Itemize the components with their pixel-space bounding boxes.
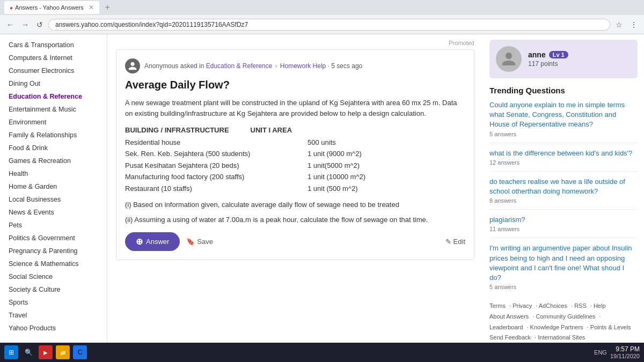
trending-answer-count: 12 answers: [489, 159, 638, 166]
sidebar-item-consumer-electronics[interactable]: Consumer Electronics: [0, 64, 107, 77]
trending-question[interactable]: I'm writing an argumentive paper about I…: [489, 243, 638, 283]
sidebar-item-news-&-events[interactable]: News & Events: [0, 206, 107, 219]
action-bar: ⊕ Answer 🔖 Save ✎ Edit: [125, 232, 465, 251]
user-name: anne: [528, 50, 546, 59]
question-body: A new sewage treatment plant will be con…: [125, 98, 465, 225]
footer-feedback[interactable]: Send Feedback: [489, 334, 531, 341]
category1-link[interactable]: Education & Reference: [206, 62, 272, 70]
active-tab[interactable]: ● Answers - Yahoo Answers ✕: [4, 1, 99, 14]
browser-tabs: ● Answers - Yahoo Answers ✕ +: [0, 0, 644, 15]
sidebar-item-sports[interactable]: Sports: [0, 296, 107, 309]
sidebar-item-health[interactable]: Health: [0, 167, 107, 180]
search-taskbar-btn[interactable]: 🔍: [21, 345, 35, 359]
footer-international[interactable]: International Sites: [538, 334, 585, 341]
table-row: Residential house500 units: [125, 137, 465, 149]
data-table: BUILDING / INFRASTRUCTURE UNIT I AREA Re…: [125, 124, 465, 194]
author-name: Anonymous: [144, 62, 178, 70]
sidebar-item-politics-&-government[interactable]: Politics & Government: [0, 232, 107, 245]
taskbar-time: 9:57 PM: [610, 345, 640, 353]
taskbar-right: ENG 9:57 PM 19/11/2020: [594, 345, 640, 359]
page-layout: Cars & TransportationComputers & Interne…: [0, 34, 644, 362]
body-intro: A new sewage treatment plant will be con…: [125, 98, 465, 119]
trending-container: Could anyone explain to me in simple ter…: [489, 100, 638, 295]
sidebar-item-science-&-mathematics[interactable]: Science & Mathematics: [0, 257, 107, 270]
footer-row3: Leaderboard · Knowledge Partners · Point…: [489, 322, 638, 333]
sidebar-item-travel[interactable]: Travel: [0, 309, 107, 322]
unit-cell: 1 unit (10000 m^2): [308, 172, 365, 182]
refresh-btn[interactable]: ↺: [34, 19, 45, 30]
footer-guidelines[interactable]: Community Guidelines: [536, 313, 596, 320]
trending-question[interactable]: plagiarism?: [489, 215, 638, 225]
table-header-unit: UNIT I AREA: [251, 124, 314, 137]
sidebar-item-entertainment-&-music[interactable]: Entertainment & Music: [0, 103, 107, 116]
trending-answer-count: 5 answers: [489, 131, 638, 137]
sidebar-item-social-science[interactable]: Social Science: [0, 270, 107, 283]
sidebar-item-pets[interactable]: Pets: [0, 219, 107, 232]
question-meta: Anonymous asked in Education & Reference…: [125, 58, 465, 73]
footer-about[interactable]: About Answers: [489, 313, 529, 320]
sidebar-item-family-&-relationships[interactable]: Family & Relationships: [0, 129, 107, 142]
sidebar-item-yahoo-products[interactable]: Yahoo Products: [0, 322, 107, 335]
start-btn[interactable]: ⊞: [4, 345, 18, 359]
trending-item: do teachers realise we have a life outsi…: [489, 177, 638, 210]
sidebar-item-dining-out[interactable]: Dining Out: [0, 77, 107, 90]
sidebar-item-food-&-drink[interactable]: Food & Drink: [0, 142, 107, 154]
asked-in-label: asked in: [180, 62, 206, 70]
trending-item: I'm writing an argumentive paper about I…: [489, 243, 638, 295]
sidebar-item-society-&-culture[interactable]: Society & Culture: [0, 283, 107, 296]
sidebar-item-education-&-reference[interactable]: Education & Reference: [0, 90, 107, 103]
folder-btn[interactable]: 📁: [56, 345, 70, 359]
footer-help[interactable]: Help: [594, 302, 606, 309]
footer-knowledge[interactable]: Knowledge Partners: [530, 324, 583, 330]
sidebar-item-local-businesses[interactable]: Local Businesses: [0, 193, 107, 206]
browser-bar: ← → ↺ answers.yahoo.com/question/index?q…: [0, 15, 644, 34]
save-button[interactable]: 🔖 Save: [186, 238, 213, 246]
edit-button[interactable]: ✎ Edit: [445, 238, 465, 246]
trending-item: what is the difference between kid's and…: [489, 149, 638, 172]
question-time: 5 secs ago: [331, 62, 362, 70]
footer-leaderboard[interactable]: Leaderboard: [489, 324, 523, 330]
back-btn[interactable]: ←: [4, 19, 16, 30]
user-avatar: [496, 46, 522, 72]
url-bar[interactable]: answers.yahoo.com/question/index?qid=202…: [48, 19, 610, 31]
trending-answer-count: 11 answers: [489, 226, 638, 232]
unit-cell: 1 unit(5000 m^2): [308, 160, 360, 171]
browser-btn[interactable]: C: [73, 345, 87, 359]
trending-question[interactable]: do teachers realise we have a life outsi…: [489, 177, 638, 196]
bookmark-btn[interactable]: ☆: [613, 19, 625, 30]
user-name-row: anne Lv 1: [528, 50, 568, 59]
answer-button[interactable]: ⊕ Answer: [125, 232, 180, 251]
sidebar-item-home-&-garden[interactable]: Home & Garden: [0, 180, 107, 193]
footer-privacy[interactable]: Privacy: [513, 302, 532, 309]
user-card: anne Lv 1 117 points: [489, 40, 638, 78]
footer-terms[interactable]: Terms: [489, 302, 506, 309]
sidebar-item-environment[interactable]: Environment: [0, 116, 107, 129]
sidebar-item-pregnancy-&-parenting[interactable]: Pregnancy & Parenting: [0, 245, 107, 257]
sidebar-item-computers-&-internet[interactable]: Computers & Internet: [0, 51, 107, 64]
media-player-btn[interactable]: ▶: [39, 345, 53, 359]
trending-question[interactable]: Could anyone explain to me in simple ter…: [489, 100, 638, 130]
menu-btn[interactable]: ⋮: [628, 19, 640, 30]
unit-cell: 1 unit (9000 m^2): [308, 149, 362, 159]
taskbar: ⊞ 🔍 ▶ 📁 C ENG 9:57 PM 19/11/2020: [0, 343, 644, 362]
footer-points[interactable]: Points & Levels: [590, 324, 631, 330]
question-title: Average Daily Flow?: [125, 79, 465, 91]
footer-adchoices[interactable]: AdChoices: [539, 302, 567, 309]
unit-cell: 1 unit (500 m^2): [308, 183, 358, 194]
forward-btn[interactable]: →: [19, 19, 31, 30]
question-i: (i) Based on information given, calculat…: [125, 200, 465, 210]
footer-rss[interactable]: RSS: [574, 302, 587, 309]
question-card: Anonymous asked in Education & Reference…: [116, 49, 474, 260]
trending-question[interactable]: what is the difference between kid's and…: [489, 149, 638, 158]
right-sidebar: anne Lv 1 117 points Trending Questions …: [483, 34, 644, 362]
table-row: Restaurant (10 staffs)1 unit (500 m^2): [125, 183, 465, 195]
trending-answer-count: 5 answers: [489, 284, 638, 290]
user-level-badge: Lv 1: [549, 51, 568, 58]
footer-row1: Terms · Privacy · AdChoices · RSS · Help: [489, 301, 638, 312]
new-tab-btn[interactable]: +: [101, 3, 113, 12]
sidebar-item-cars-&-transportation[interactable]: Cars & Transportation: [0, 39, 107, 51]
sidebar-item-games-&-recreation[interactable]: Games & Recreation: [0, 154, 107, 167]
question-meta-text: Anonymous asked in Education & Reference…: [144, 62, 362, 70]
category2-link[interactable]: Homework Help: [280, 62, 326, 70]
trending-answer-count: 8 answers: [489, 197, 638, 204]
